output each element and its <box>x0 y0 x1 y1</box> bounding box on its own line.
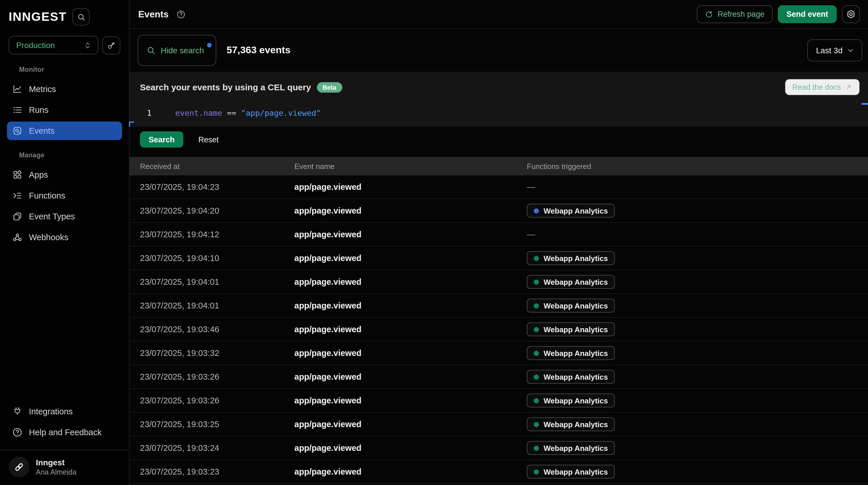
cell-event-name: app/page.viewed <box>294 206 527 215</box>
metrics-icon <box>12 84 23 94</box>
events-icon <box>12 125 23 136</box>
hide-search-button[interactable]: Hide search <box>137 35 216 66</box>
sidebar-item-label: Event Types <box>29 212 75 221</box>
function-status-dot <box>534 374 539 379</box>
cel-query-editor[interactable]: 1 event.name == "app/page.viewed" <box>140 108 860 117</box>
cell-functions-triggered: Webapp Analytics <box>527 298 868 313</box>
sidebar-item-help-and-feedback[interactable]: Help and Feedback <box>7 423 122 441</box>
settings-button[interactable] <box>842 5 860 23</box>
functions-icon <box>12 191 23 201</box>
cell-event-name: app/page.viewed <box>294 277 527 286</box>
sidebar-item-event-types[interactable]: Event Types <box>7 207 122 226</box>
cell-received-at: 23/07/2025, 19:03:26 <box>140 396 294 405</box>
cell-received-at: 23/07/2025, 19:04:12 <box>140 230 294 239</box>
table-row[interactable]: 23/07/2025, 19:03:26app/page.viewedWebap… <box>129 389 868 413</box>
main-content: Events Refresh page Send event <box>129 0 868 485</box>
sidebar-item-label: Apps <box>29 170 48 179</box>
cell-event-name: app/page.viewed <box>294 443 527 453</box>
inngest-mark-icon <box>13 461 25 473</box>
cell-received-at: 23/07/2025, 19:03:23 <box>140 467 294 476</box>
event-types-icon <box>12 211 23 222</box>
page-help-button[interactable] <box>177 9 186 19</box>
send-event-button[interactable]: Send event <box>778 5 837 23</box>
sidebar: INNGEST Production MonitorMetricsRunsEve… <box>0 0 129 485</box>
function-badge[interactable]: Webapp Analytics <box>527 275 615 289</box>
environment-selector[interactable]: Production <box>9 36 98 54</box>
function-badge[interactable]: Webapp Analytics <box>527 251 615 265</box>
cell-functions-triggered: Webapp Analytics <box>527 441 868 455</box>
app-window: INNGEST Production MonitorMetricsRunsEve… <box>0 0 868 485</box>
table-row[interactable]: 23/07/2025, 19:03:32app/page.viewedWebap… <box>129 341 868 365</box>
cell-received-at: 23/07/2025, 19:04:20 <box>140 206 294 215</box>
table-row[interactable]: 23/07/2025, 19:03:26app/page.viewedWebap… <box>129 365 868 389</box>
cell-received-at: 23/07/2025, 19:04:01 <box>140 301 294 310</box>
chevron-down-icon <box>847 46 855 54</box>
gear-icon <box>846 9 856 19</box>
cell-functions-triggered: Webapp Analytics <box>527 394 868 407</box>
table-row[interactable]: 23/07/2025, 19:04:10app/page.viewedWebap… <box>129 247 868 270</box>
function-status-dot <box>534 208 539 213</box>
sidebar-item-functions[interactable]: Functions <box>7 187 122 205</box>
avatar <box>9 457 30 478</box>
function-badge[interactable]: Webapp Analytics <box>527 441 615 455</box>
table-row[interactable]: 23/07/2025, 19:03:46app/page.viewedWebap… <box>129 318 868 341</box>
cell-event-name: app/page.viewed <box>294 254 527 263</box>
table-row[interactable]: 23/07/2025, 19:04:01app/page.viewedWebap… <box>129 294 868 318</box>
event-keys-button[interactable] <box>102 36 120 54</box>
table-row[interactable]: 23/07/2025, 19:03:25app/page.viewedWebap… <box>129 413 868 436</box>
function-badge-label: Webapp Analytics <box>544 420 608 429</box>
cell-functions-triggered: — <box>527 182 868 192</box>
function-badge[interactable]: Webapp Analytics <box>527 204 615 218</box>
cell-event-name: app/page.viewed <box>294 230 527 239</box>
search-submit-button[interactable]: Search <box>140 132 183 148</box>
sidebar-item-events[interactable]: Events <box>7 121 122 140</box>
function-status-dot <box>534 256 539 261</box>
reset-button[interactable]: Reset <box>198 135 219 144</box>
global-search-button[interactable] <box>72 8 90 26</box>
sidebar-item-webhooks[interactable]: Webhooks <box>7 228 122 247</box>
sidebar-nav: MonitorMetricsRunsEventsManageAppsFuncti… <box>0 57 129 249</box>
column-header-event-name: Event name <box>294 162 527 170</box>
cell-received-at: 23/07/2025, 19:03:46 <box>140 325 294 334</box>
time-range-selector[interactable]: Last 3d <box>807 39 862 61</box>
table-row[interactable]: 23/07/2025, 19:03:24app/page.viewedWebap… <box>129 436 868 460</box>
column-header-functions-triggered: Functions triggered <box>527 162 868 170</box>
sidebar-item-label: Integrations <box>29 407 73 416</box>
refresh-icon <box>705 10 713 18</box>
cell-functions-triggered: Webapp Analytics <box>527 322 868 336</box>
sidebar-item-metrics[interactable]: Metrics <box>7 80 122 98</box>
table-row[interactable]: 23/07/2025, 19:04:12app/page.viewed— <box>129 223 868 247</box>
function-badge[interactable]: Webapp Analytics <box>527 370 615 384</box>
webhook-icon <box>12 232 23 242</box>
user-name: Ana Almeida <box>36 468 76 476</box>
refresh-page-button[interactable]: Refresh page <box>697 5 773 23</box>
search-icon <box>77 12 86 21</box>
read-docs-button[interactable]: Read the docs <box>785 79 860 95</box>
function-badge[interactable]: Webapp Analytics <box>527 465 615 479</box>
sidebar-item-label: Metrics <box>29 85 56 94</box>
runs-icon <box>12 105 23 115</box>
cel-query-code: event.name == "app/page.viewed" <box>175 108 321 117</box>
table-row[interactable]: 23/07/2025, 19:03:23app/page.viewedWebap… <box>129 460 868 484</box>
sidebar-item-integrations[interactable]: Integrations <box>7 402 122 421</box>
function-status-dot <box>534 279 539 284</box>
function-badge[interactable]: Webapp Analytics <box>527 346 615 360</box>
table-header: Received at Event name Functions trigger… <box>129 157 868 175</box>
sidebar-item-runs[interactable]: Runs <box>7 101 122 119</box>
nav-section-label: Manage <box>0 142 129 163</box>
cell-event-name: app/page.viewed <box>294 182 527 192</box>
events-count: 57,363 events <box>226 45 290 56</box>
function-badge[interactable]: Webapp Analytics <box>527 322 615 336</box>
cell-received-at: 23/07/2025, 19:03:26 <box>140 372 294 381</box>
sidebar-item-apps[interactable]: Apps <box>7 166 122 184</box>
function-badge[interactable]: Webapp Analytics <box>527 417 615 431</box>
beta-badge: Beta <box>317 82 342 92</box>
function-badge[interactable]: Webapp Analytics <box>527 298 615 313</box>
cell-functions-triggered: Webapp Analytics <box>527 346 868 360</box>
table-row[interactable]: 23/07/2025, 19:04:01app/page.viewedWebap… <box>129 270 868 294</box>
function-badge[interactable]: Webapp Analytics <box>527 394 615 407</box>
table-row[interactable]: 23/07/2025, 19:04:23app/page.viewed— <box>129 175 868 199</box>
table-row[interactable]: 23/07/2025, 19:04:20app/page.viewedWebap… <box>129 199 868 223</box>
cell-received-at: 23/07/2025, 19:03:25 <box>140 420 294 429</box>
user-menu[interactable]: Inngest Ana Almeida <box>0 450 129 485</box>
